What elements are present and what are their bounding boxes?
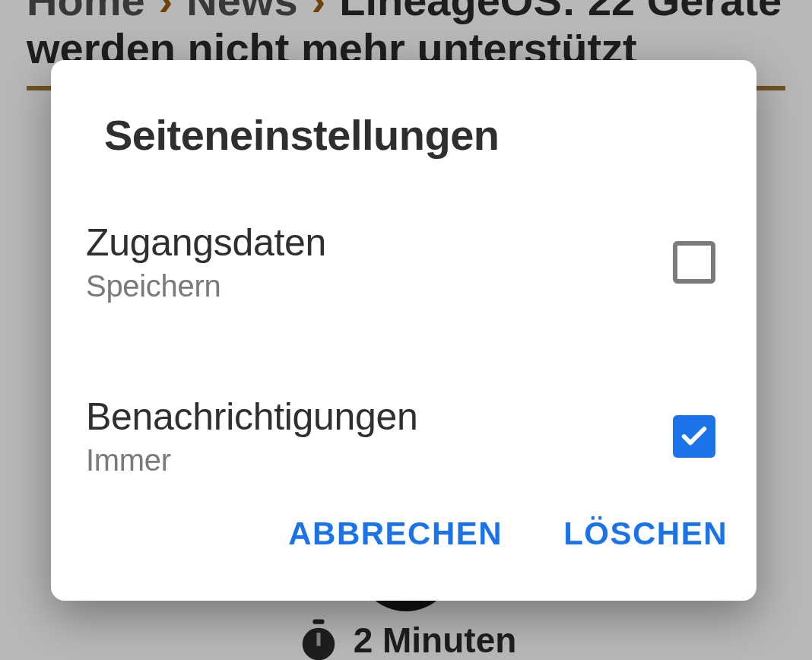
option-notifications-title: Benachrichtigungen [86, 395, 418, 439]
option-credentials-title: Zugangsdaten [86, 221, 326, 265]
option-notifications-checkbox[interactable] [673, 415, 715, 458]
option-credentials[interactable]: Zugangsdaten Speichern [86, 190, 722, 334]
dialog-options: Zugangsdaten Speichern Benachrichtigunge… [51, 190, 756, 508]
delete-button[interactable]: LÖSCHEN [559, 508, 732, 560]
option-credentials-subtitle: Speichern [86, 269, 326, 303]
check-icon [679, 421, 709, 452]
cancel-button[interactable]: ABBRECHEN [284, 508, 507, 560]
option-notifications-subtitle: Immer [86, 443, 418, 478]
option-credentials-checkbox[interactable] [673, 241, 715, 284]
dialog-title: Seiteneinstellungen [51, 60, 756, 190]
option-notifications[interactable]: Benachrichtigungen Immer [86, 364, 722, 508]
site-settings-dialog: Seiteneinstellungen Zugangsdaten Speiche… [51, 60, 756, 601]
dialog-actions: ABBRECHEN LÖSCHEN [51, 508, 756, 602]
